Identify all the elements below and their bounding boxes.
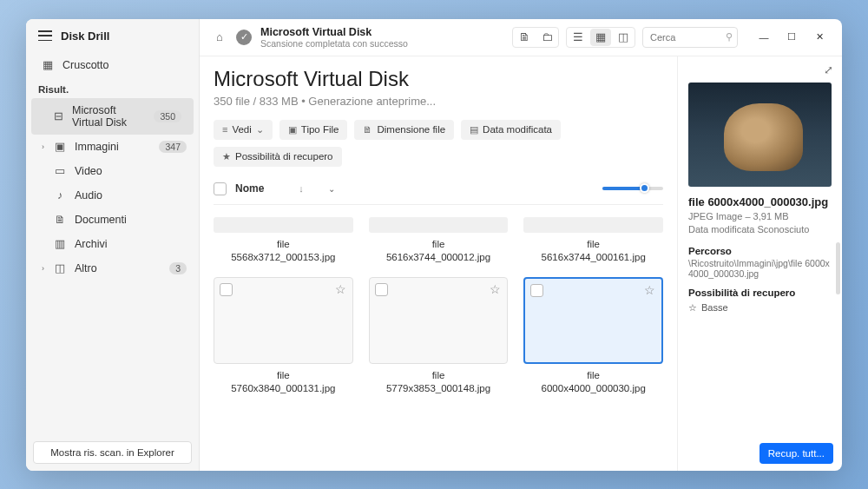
star-icon[interactable]: ☆ xyxy=(490,282,501,296)
detail-recovery-value: Basse xyxy=(701,302,728,313)
column-name[interactable]: Nome xyxy=(235,182,264,195)
maximize-button[interactable]: ☐ xyxy=(779,27,804,48)
file-grid: file5568x3712_000153.jpg file5616x3744_0… xyxy=(214,217,663,396)
split-view-icon[interactable]: ◫ xyxy=(613,29,634,46)
file-checkbox[interactable] xyxy=(530,284,543,297)
file-icon[interactable]: 🗎 xyxy=(514,29,535,46)
sidebar-item-archives[interactable]: ▥ Archivi xyxy=(26,232,199,256)
status-check-icon: ✓ xyxy=(236,30,252,45)
count-badge: 3 xyxy=(169,262,187,274)
sidebar-item-label: Archivi xyxy=(75,238,108,250)
filter-recovery-button[interactable]: ★Possibilità di recupero xyxy=(214,147,342,167)
sidebar-item-dashboard[interactable]: ▦ Cruscotto xyxy=(26,53,199,77)
sort-arrow-icon[interactable]: ↓ xyxy=(299,183,304,194)
thumbnail-size-slider[interactable] xyxy=(602,187,663,190)
filter-label: Vedi xyxy=(232,124,251,135)
content-main: Microsoft Virtual Disk 350 file / 833 MB… xyxy=(200,56,677,471)
sidebar-item-audio[interactable]: ♪ Audio xyxy=(26,183,199,208)
thumbnail-loading xyxy=(369,217,509,233)
star-outline-icon: ☆ xyxy=(688,302,697,314)
minimize-button[interactable]: — xyxy=(752,27,776,48)
star-icon[interactable]: ☆ xyxy=(644,283,655,297)
detail-preview-image xyxy=(688,83,832,187)
detail-panel: ⤢ file 6000x4000_000030.jpg JPEG Image –… xyxy=(677,56,842,471)
search-input[interactable] xyxy=(642,27,738,48)
detail-modified: Data modificata Sconosciuto xyxy=(688,224,832,235)
detail-path-value: \Ricostruito\Immagini\jpg\file 6000x4000… xyxy=(688,258,832,279)
filter-view-button[interactable]: ≡Vedi⌄ xyxy=(214,120,273,140)
page-title: Microsoft Virtual Disk xyxy=(214,67,663,91)
detail-filetype: JPEG Image – 3,91 MB xyxy=(688,211,832,221)
calendar-icon: ▤ xyxy=(470,124,478,135)
filter-lines-icon: ≡ xyxy=(222,124,227,135)
filter-date-button[interactable]: ▤Data modificata xyxy=(461,120,561,140)
thumbnail[interactable]: ☆ xyxy=(369,277,509,364)
sidebar-item-video[interactable]: ▭ Video xyxy=(26,159,199,183)
file-card[interactable]: ☆ file5779x3853_000148.jpg xyxy=(369,277,509,396)
list-view-icon[interactable]: ☰ xyxy=(568,29,589,46)
file-card[interactable]: file5616x3744_000161.jpg xyxy=(523,217,663,265)
file-checkbox[interactable] xyxy=(220,283,233,296)
sidebar-item-other[interactable]: › ◫ Altro 3 xyxy=(26,256,199,281)
topbar-title: Microsoft Virtual Disk xyxy=(260,26,408,38)
sidebar-item-mvd[interactable]: ⊟ Microsoft Virtual Disk 350 xyxy=(31,98,194,135)
file-label: file5568x3712_000153.jpg xyxy=(231,238,335,265)
chevron-right-icon: › xyxy=(42,142,44,151)
folder-icon[interactable]: 🗀 xyxy=(536,29,557,46)
file-label: file5616x3744_000012.jpg xyxy=(386,238,490,265)
app-title: Disk Drill xyxy=(61,30,109,43)
file-card[interactable]: ☆ file6000x4000_000030.jpg xyxy=(523,277,663,396)
topbar-subtitle: Scansione completata con successo xyxy=(260,38,408,49)
menu-icon[interactable] xyxy=(38,30,52,41)
expand-icon[interactable]: ⤢ xyxy=(824,63,833,76)
topbar-filetype-group: 🗎 🗀 xyxy=(512,27,559,48)
filter-row: ≡Vedi⌄ ▣Tipo File 🗎Dimensione file ▤Data… xyxy=(214,120,663,167)
count-badge: 347 xyxy=(159,141,187,153)
sidebar: Disk Drill ▦ Cruscotto Risult. ⊟ Microso… xyxy=(26,19,200,471)
filter-label: Possibilità di recupero xyxy=(235,151,333,162)
sidebar-item-label: Altro xyxy=(75,262,97,274)
archive-icon: ▥ xyxy=(54,238,66,250)
document-icon: 🗎 xyxy=(54,214,66,226)
filter-type-button[interactable]: ▣Tipo File xyxy=(279,120,348,140)
sidebar-section-results: Risult. xyxy=(26,77,199,98)
chevron-down-icon: ⌄ xyxy=(256,124,264,135)
file-card[interactable]: file5568x3712_000153.jpg xyxy=(214,217,353,265)
select-all-checkbox[interactable] xyxy=(214,182,227,195)
thumbnail[interactable]: ☆ xyxy=(214,277,353,364)
filter-size-button[interactable]: 🗎Dimensione file xyxy=(354,120,454,140)
video-icon: ▭ xyxy=(54,165,66,177)
file-card[interactable]: ☆ file5760x3840_000131.jpg xyxy=(214,277,353,396)
thumbnail-selected[interactable]: ☆ xyxy=(523,277,663,364)
detail-path-label: Percorso xyxy=(688,246,832,256)
sidebar-item-label: Microsoft Virtual Disk xyxy=(72,104,145,129)
filter-label: Data modificata xyxy=(483,124,552,135)
file-label: file5616x3744_000161.jpg xyxy=(542,238,646,265)
sidebar-item-images[interactable]: › ▣ Immagini 347 xyxy=(26,135,199,159)
thumbnail-loading xyxy=(214,217,353,233)
detail-filename: file 6000x4000_000030.jpg xyxy=(688,195,832,208)
file-icon: 🗎 xyxy=(363,124,372,135)
topbar: ⌂ ✓ Microsoft Virtual Disk Scansione com… xyxy=(200,19,842,56)
file-checkbox[interactable] xyxy=(375,283,388,296)
recover-all-button[interactable]: Recup. tutt... xyxy=(760,443,833,464)
file-card[interactable]: file5616x3744_000012.jpg xyxy=(369,217,509,265)
star-icon[interactable]: ☆ xyxy=(335,282,346,296)
show-in-explorer-button[interactable]: Mostra ris. scan. in Explorer xyxy=(33,441,192,464)
topbar-view-group: ☰ ▦ ◫ xyxy=(566,27,635,48)
app-window: Disk Drill ▦ Cruscotto Risult. ⊟ Microso… xyxy=(26,19,842,471)
search-wrap: ⚲ xyxy=(642,27,738,48)
detail-recovery-label: Possibilità di recupero xyxy=(688,287,832,298)
home-icon[interactable]: ⌂ xyxy=(210,28,229,47)
grid-view-icon[interactable]: ▦ xyxy=(590,29,611,46)
sidebar-item-label: Immagini xyxy=(75,141,119,153)
audio-icon: ♪ xyxy=(54,189,66,202)
close-button[interactable]: ✕ xyxy=(807,27,832,48)
disk-icon: ⊟ xyxy=(54,110,63,122)
file-label: file5760x3840_000131.jpg xyxy=(231,369,335,396)
scrollbar[interactable] xyxy=(836,242,840,294)
sidebar-item-documents[interactable]: 🗎 Documenti xyxy=(26,208,199,232)
image-icon: ▣ xyxy=(288,124,297,135)
sidebar-item-label: Cruscotto xyxy=(62,59,109,71)
chevron-down-icon[interactable]: ⌄ xyxy=(328,184,335,194)
